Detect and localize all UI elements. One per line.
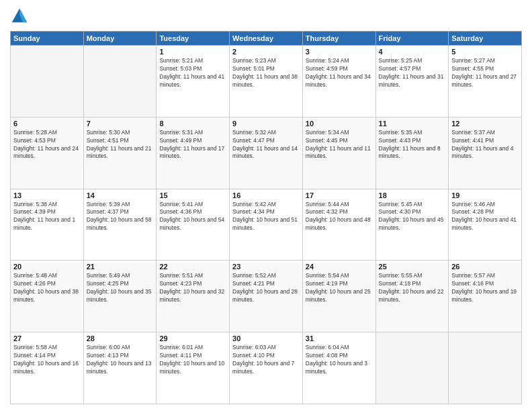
day-number: 24: [306, 263, 373, 271]
weekday-header-sunday: Sunday: [11, 32, 84, 46]
logo-icon: [10, 7, 29, 26]
calendar-cell: [83, 46, 157, 118]
calendar-cell: 7Sunrise: 5:30 AM Sunset: 4:51 PM Daylig…: [83, 117, 157, 189]
day-number: 14: [87, 191, 154, 199]
calendar-cell: 31Sunrise: 6:04 AM Sunset: 4:08 PM Dayli…: [302, 332, 375, 404]
day-info: Sunrise: 5:58 AM Sunset: 4:14 PM Dayligh…: [13, 344, 81, 376]
day-info: Sunrise: 5:54 AM Sunset: 4:19 PM Dayligh…: [306, 272, 373, 304]
calendar-cell: 24Sunrise: 5:54 AM Sunset: 4:19 PM Dayli…: [302, 261, 375, 332]
day-number: 5: [451, 48, 519, 56]
calendar-cell: 14Sunrise: 5:39 AM Sunset: 4:37 PM Dayli…: [83, 189, 157, 261]
calendar-cell: 6Sunrise: 5:28 AM Sunset: 4:53 PM Daylig…: [11, 117, 84, 189]
day-number: 22: [159, 263, 226, 271]
calendar-cell: 30Sunrise: 6:03 AM Sunset: 4:10 PM Dayli…: [230, 332, 303, 404]
calendar-cell: 18Sunrise: 5:45 AM Sunset: 4:30 PM Dayli…: [375, 189, 449, 261]
calendar-cell: 23Sunrise: 5:52 AM Sunset: 4:21 PM Dayli…: [230, 261, 303, 332]
calendar-week-2: 13Sunrise: 5:38 AM Sunset: 4:39 PM Dayli…: [11, 189, 522, 261]
day-number: 17: [306, 191, 373, 199]
day-info: Sunrise: 5:25 AM Sunset: 4:57 PM Dayligh…: [379, 57, 446, 89]
day-number: 13: [13, 191, 81, 199]
calendar-cell: [449, 332, 522, 404]
day-info: Sunrise: 5:37 AM Sunset: 4:41 PM Dayligh…: [451, 129, 519, 161]
header: [10, 7, 522, 26]
day-info: Sunrise: 5:49 AM Sunset: 4:25 PM Dayligh…: [87, 272, 154, 304]
calendar-cell: 15Sunrise: 5:41 AM Sunset: 4:36 PM Dayli…: [157, 189, 230, 261]
day-info: Sunrise: 5:34 AM Sunset: 4:45 PM Dayligh…: [306, 129, 373, 161]
page: SundayMondayTuesdayWednesdayThursdayFrid…: [0, 0, 532, 411]
day-info: Sunrise: 5:21 AM Sunset: 5:03 PM Dayligh…: [159, 57, 226, 89]
day-info: Sunrise: 5:48 AM Sunset: 4:26 PM Dayligh…: [13, 272, 81, 304]
day-number: 11: [379, 120, 446, 128]
calendar-cell: 11Sunrise: 5:35 AM Sunset: 4:43 PM Dayli…: [375, 117, 449, 189]
calendar-cell: 4Sunrise: 5:25 AM Sunset: 4:57 PM Daylig…: [375, 46, 449, 118]
calendar-week-4: 27Sunrise: 5:58 AM Sunset: 4:14 PM Dayli…: [11, 332, 522, 404]
day-number: 6: [13, 120, 81, 128]
day-info: Sunrise: 6:04 AM Sunset: 4:08 PM Dayligh…: [306, 344, 373, 376]
day-info: Sunrise: 5:44 AM Sunset: 4:32 PM Dayligh…: [306, 201, 373, 233]
day-info: Sunrise: 6:03 AM Sunset: 4:10 PM Dayligh…: [232, 344, 300, 376]
calendar-cell: 22Sunrise: 5:51 AM Sunset: 4:23 PM Dayli…: [157, 261, 230, 332]
day-info: Sunrise: 5:27 AM Sunset: 4:55 PM Dayligh…: [451, 57, 519, 89]
calendar-cell: 1Sunrise: 5:21 AM Sunset: 5:03 PM Daylig…: [157, 46, 230, 118]
day-info: Sunrise: 5:57 AM Sunset: 4:16 PM Dayligh…: [451, 272, 519, 304]
calendar-header: SundayMondayTuesdayWednesdayThursdayFrid…: [11, 32, 522, 46]
day-info: Sunrise: 5:28 AM Sunset: 4:53 PM Dayligh…: [13, 129, 81, 161]
day-info: Sunrise: 5:45 AM Sunset: 4:30 PM Dayligh…: [379, 201, 446, 233]
calendar-cell: 13Sunrise: 5:38 AM Sunset: 4:39 PM Dayli…: [11, 189, 84, 261]
weekday-header-wednesday: Wednesday: [230, 32, 303, 46]
day-number: 2: [232, 48, 300, 56]
day-info: Sunrise: 5:46 AM Sunset: 4:28 PM Dayligh…: [451, 201, 519, 233]
calendar-cell: 29Sunrise: 6:01 AM Sunset: 4:11 PM Dayli…: [157, 332, 230, 404]
calendar-cell: 20Sunrise: 5:48 AM Sunset: 4:26 PM Dayli…: [11, 261, 84, 332]
calendar-cell: [375, 332, 449, 404]
day-number: 31: [306, 334, 373, 342]
weekday-row: SundayMondayTuesdayWednesdayThursdayFrid…: [11, 32, 522, 46]
day-number: 15: [159, 191, 226, 199]
day-info: Sunrise: 5:35 AM Sunset: 4:43 PM Dayligh…: [379, 129, 446, 161]
logo: [10, 7, 32, 26]
calendar-cell: [11, 46, 84, 118]
calendar-week-1: 6Sunrise: 5:28 AM Sunset: 4:53 PM Daylig…: [11, 117, 522, 189]
day-number: 12: [451, 120, 519, 128]
day-info: Sunrise: 5:38 AM Sunset: 4:39 PM Dayligh…: [13, 201, 81, 233]
calendar-cell: 28Sunrise: 6:00 AM Sunset: 4:13 PM Dayli…: [83, 332, 157, 404]
day-number: 10: [306, 120, 373, 128]
day-number: 3: [306, 48, 373, 56]
calendar-cell: 19Sunrise: 5:46 AM Sunset: 4:28 PM Dayli…: [449, 189, 522, 261]
weekday-header-monday: Monday: [83, 32, 157, 46]
calendar-week-3: 20Sunrise: 5:48 AM Sunset: 4:26 PM Dayli…: [11, 261, 522, 332]
day-number: 23: [232, 263, 300, 271]
calendar-cell: 9Sunrise: 5:32 AM Sunset: 4:47 PM Daylig…: [230, 117, 303, 189]
calendar-cell: 5Sunrise: 5:27 AM Sunset: 4:55 PM Daylig…: [449, 46, 522, 118]
calendar-cell: 25Sunrise: 5:55 AM Sunset: 4:18 PM Dayli…: [375, 261, 449, 332]
calendar-cell: 3Sunrise: 5:24 AM Sunset: 4:59 PM Daylig…: [302, 46, 375, 118]
calendar-cell: 26Sunrise: 5:57 AM Sunset: 4:16 PM Dayli…: [449, 261, 522, 332]
day-info: Sunrise: 5:55 AM Sunset: 4:18 PM Dayligh…: [379, 272, 446, 304]
day-number: 30: [232, 334, 300, 342]
day-number: 26: [451, 263, 519, 271]
day-number: 21: [87, 263, 154, 271]
weekday-header-tuesday: Tuesday: [157, 32, 230, 46]
calendar-cell: 21Sunrise: 5:49 AM Sunset: 4:25 PM Dayli…: [83, 261, 157, 332]
weekday-header-thursday: Thursday: [302, 32, 375, 46]
day-info: Sunrise: 5:52 AM Sunset: 4:21 PM Dayligh…: [232, 272, 300, 304]
day-number: 20: [13, 263, 81, 271]
day-number: 7: [87, 120, 154, 128]
calendar-week-0: 1Sunrise: 5:21 AM Sunset: 5:03 PM Daylig…: [11, 46, 522, 118]
day-info: Sunrise: 5:41 AM Sunset: 4:36 PM Dayligh…: [159, 201, 226, 233]
day-number: 29: [159, 334, 226, 342]
day-number: 19: [451, 191, 519, 199]
weekday-header-friday: Friday: [375, 32, 449, 46]
day-info: Sunrise: 5:51 AM Sunset: 4:23 PM Dayligh…: [159, 272, 226, 304]
calendar-cell: 16Sunrise: 5:42 AM Sunset: 4:34 PM Dayli…: [230, 189, 303, 261]
calendar-cell: 27Sunrise: 5:58 AM Sunset: 4:14 PM Dayli…: [11, 332, 84, 404]
calendar-cell: 8Sunrise: 5:31 AM Sunset: 4:49 PM Daylig…: [157, 117, 230, 189]
day-number: 8: [159, 120, 226, 128]
day-number: 25: [379, 263, 446, 271]
day-number: 28: [87, 334, 154, 342]
day-number: 27: [13, 334, 81, 342]
calendar-cell: 17Sunrise: 5:44 AM Sunset: 4:32 PM Dayli…: [302, 189, 375, 261]
day-number: 4: [379, 48, 446, 56]
day-info: Sunrise: 5:23 AM Sunset: 5:01 PM Dayligh…: [232, 57, 300, 89]
day-info: Sunrise: 5:32 AM Sunset: 4:47 PM Dayligh…: [232, 129, 300, 161]
